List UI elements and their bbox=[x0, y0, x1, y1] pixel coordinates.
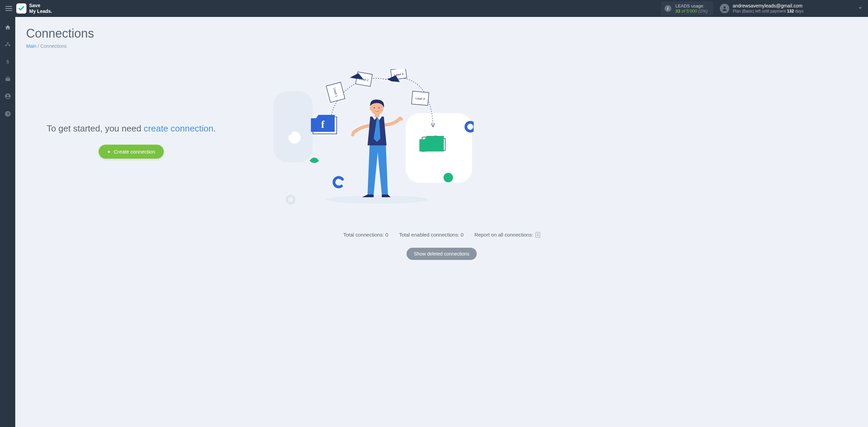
stats-row: Total connections: 0 Total enabled conne… bbox=[26, 232, 857, 238]
sidebar-item-help[interactable]: ? bbox=[0, 109, 15, 119]
breadcrumb: Main / Connections bbox=[26, 43, 857, 49]
header-left: Save My Leads. bbox=[5, 3, 52, 14]
chevron-down-icon[interactable] bbox=[858, 5, 863, 12]
breadcrumb-current: Connections bbox=[40, 43, 67, 49]
stat-report: Report on all connections: bbox=[474, 232, 540, 238]
sidebar: $ ? bbox=[0, 17, 15, 427]
sidebar-item-account[interactable] bbox=[0, 92, 15, 101]
show-deleted-button[interactable]: Show deleted connections bbox=[407, 248, 477, 260]
info-icon: i bbox=[665, 5, 671, 12]
create-connection-button[interactable]: + Create connection bbox=[99, 145, 164, 159]
svg-point-15 bbox=[326, 196, 428, 204]
sidebar-item-billing[interactable]: $ bbox=[0, 57, 15, 66]
leads-usage-label: LEADS usage: bbox=[675, 3, 708, 8]
user-plan: Plan |Basic| left until payment 132 days bbox=[733, 9, 804, 14]
svg-point-0 bbox=[724, 6, 726, 8]
empty-state-text: To get started, you need create connecti… bbox=[26, 122, 236, 135]
svg-point-27 bbox=[374, 107, 375, 108]
logo[interactable]: Save My Leads. bbox=[16, 3, 52, 14]
svg-text:f: f bbox=[321, 119, 325, 130]
svg-point-31 bbox=[370, 107, 372, 110]
header-right: i LEADS usage: 33 of 5'000 (1%) andrewsa… bbox=[661, 1, 863, 16]
svg-point-7 bbox=[7, 95, 8, 96]
empty-state: To get started, you need create connecti… bbox=[26, 122, 236, 159]
svg-rect-3 bbox=[9, 45, 11, 46]
main-content: Connections Main / Connections To get st… bbox=[15, 17, 868, 427]
svg-rect-5 bbox=[5, 78, 10, 81]
stat-enabled: Total enabled connections: 0 bbox=[399, 232, 463, 238]
svg-point-14 bbox=[287, 196, 294, 203]
sidebar-item-connections[interactable] bbox=[0, 40, 15, 49]
leads-usage-badge[interactable]: i LEADS usage: 33 of 5'000 (1%) bbox=[661, 1, 713, 16]
svg-rect-10 bbox=[274, 91, 313, 162]
app-header: Save My Leads. i LEADS usage: 33 of 5'00… bbox=[0, 0, 868, 17]
sidebar-item-briefcase[interactable] bbox=[0, 75, 15, 83]
svg-point-12 bbox=[443, 173, 453, 182]
create-connection-text-link[interactable]: create connection bbox=[144, 123, 213, 134]
document-icon[interactable] bbox=[535, 232, 540, 238]
hamburger-menu-icon[interactable] bbox=[5, 5, 12, 12]
plus-icon: + bbox=[107, 149, 111, 155]
logo-text: Save My Leads. bbox=[29, 3, 52, 14]
svg-rect-2 bbox=[5, 45, 7, 46]
svg-text:?: ? bbox=[6, 111, 9, 117]
svg-rect-1 bbox=[7, 42, 8, 43]
user-menu[interactable]: andrewsavemyleads@gmail.com Plan |Basic|… bbox=[720, 3, 804, 14]
sidebar-item-home[interactable] bbox=[0, 23, 15, 32]
breadcrumb-main-link[interactable]: Main bbox=[26, 43, 36, 49]
stat-total: Total connections: 0 bbox=[343, 232, 388, 238]
page-title: Connections bbox=[26, 26, 857, 41]
svg-point-28 bbox=[379, 107, 380, 108]
avatar-icon bbox=[720, 4, 729, 13]
user-email: andrewsavemyleads@gmail.com bbox=[733, 3, 804, 9]
svg-text:$: $ bbox=[6, 59, 9, 64]
logo-icon bbox=[16, 3, 26, 14]
svg-point-30 bbox=[380, 109, 382, 110]
empty-state-illustration: f Lead 1 bbox=[270, 69, 474, 211]
svg-point-29 bbox=[372, 109, 374, 110]
leads-usage-values: 33 of 5'000 (1%) bbox=[675, 8, 708, 14]
